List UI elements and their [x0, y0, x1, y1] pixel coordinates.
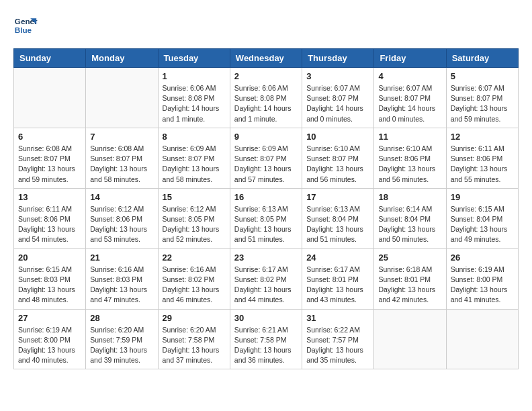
calendar-header-monday: Monday — [86, 49, 158, 68]
day-info: Sunrise: 6:17 AM Sunset: 8:01 PM Dayligh… — [306, 265, 369, 306]
day-info: Sunrise: 6:19 AM Sunset: 8:00 PM Dayligh… — [451, 265, 514, 306]
calendar-cell: 20Sunrise: 6:15 AM Sunset: 8:03 PM Dayli… — [14, 248, 86, 309]
calendar-cell: 16Sunrise: 6:13 AM Sunset: 8:05 PM Dayli… — [230, 188, 302, 248]
calendar-cell: 9Sunrise: 6:09 AM Sunset: 8:07 PM Daylig… — [230, 128, 302, 188]
day-info: Sunrise: 6:19 AM Sunset: 8:00 PM Dayligh… — [18, 325, 81, 366]
day-info: Sunrise: 6:10 AM Sunset: 8:06 PM Dayligh… — [378, 144, 441, 185]
calendar-cell — [86, 68, 158, 128]
day-info: Sunrise: 6:20 AM Sunset: 7:58 PM Dayligh… — [163, 325, 226, 366]
day-number: 12 — [451, 132, 514, 142]
day-info: Sunrise: 6:06 AM Sunset: 8:08 PM Dayligh… — [163, 83, 226, 124]
day-number: 18 — [378, 192, 441, 202]
day-number: 26 — [451, 253, 514, 263]
calendar-week-row: 20Sunrise: 6:15 AM Sunset: 8:03 PM Dayli… — [14, 248, 519, 309]
calendar-header-saturday: Saturday — [446, 49, 518, 68]
day-info: Sunrise: 6:09 AM Sunset: 8:07 PM Dayligh… — [163, 144, 226, 185]
day-info: Sunrise: 6:07 AM Sunset: 8:07 PM Dayligh… — [451, 83, 514, 124]
day-info: Sunrise: 6:16 AM Sunset: 8:03 PM Dayligh… — [90, 265, 153, 306]
day-number: 9 — [234, 132, 298, 142]
day-number: 28 — [90, 313, 153, 323]
calendar-cell: 5Sunrise: 6:07 AM Sunset: 8:07 PM Daylig… — [446, 68, 518, 128]
day-number: 30 — [234, 313, 298, 323]
day-info: Sunrise: 6:15 AM Sunset: 8:04 PM Dayligh… — [451, 204, 514, 245]
calendar-header-sunday: Sunday — [14, 49, 86, 68]
calendar-cell: 22Sunrise: 6:16 AM Sunset: 8:02 PM Dayli… — [158, 248, 230, 309]
calendar-cell: 11Sunrise: 6:10 AM Sunset: 8:06 PM Dayli… — [374, 128, 446, 188]
day-number: 14 — [90, 192, 153, 202]
day-info: Sunrise: 6:13 AM Sunset: 8:05 PM Dayligh… — [234, 204, 298, 245]
day-number: 23 — [234, 253, 298, 263]
day-number: 5 — [451, 71, 514, 81]
calendar-cell: 21Sunrise: 6:16 AM Sunset: 8:03 PM Dayli… — [86, 248, 158, 309]
day-number: 19 — [451, 192, 514, 202]
calendar-cell: 25Sunrise: 6:18 AM Sunset: 8:01 PM Dayli… — [374, 248, 446, 309]
day-info: Sunrise: 6:11 AM Sunset: 8:06 PM Dayligh… — [18, 204, 81, 245]
calendar-cell: 10Sunrise: 6:10 AM Sunset: 8:07 PM Dayli… — [302, 128, 374, 188]
calendar-cell: 24Sunrise: 6:17 AM Sunset: 8:01 PM Dayli… — [302, 248, 374, 309]
calendar-header-friday: Friday — [374, 49, 446, 68]
day-info: Sunrise: 6:12 AM Sunset: 8:05 PM Dayligh… — [163, 204, 226, 245]
day-info: Sunrise: 6:06 AM Sunset: 8:08 PM Dayligh… — [234, 83, 298, 124]
calendar-week-row: 27Sunrise: 6:19 AM Sunset: 8:00 PM Dayli… — [14, 309, 519, 369]
calendar-cell: 23Sunrise: 6:17 AM Sunset: 8:02 PM Dayli… — [230, 248, 302, 309]
day-number: 2 — [234, 71, 298, 81]
calendar-cell: 15Sunrise: 6:12 AM Sunset: 8:05 PM Dayli… — [158, 188, 230, 248]
calendar-cell: 28Sunrise: 6:20 AM Sunset: 7:59 PM Dayli… — [86, 309, 158, 369]
calendar-header-tuesday: Tuesday — [158, 49, 230, 68]
calendar-cell: 6Sunrise: 6:08 AM Sunset: 8:07 PM Daylig… — [14, 128, 86, 188]
day-number: 11 — [378, 132, 441, 142]
day-number: 24 — [306, 253, 369, 263]
day-number: 13 — [18, 192, 81, 202]
day-info: Sunrise: 6:12 AM Sunset: 8:06 PM Dayligh… — [90, 204, 153, 245]
calendar-table: SundayMondayTuesdayWednesdayThursdayFrid… — [13, 48, 519, 369]
day-info: Sunrise: 6:10 AM Sunset: 8:07 PM Dayligh… — [306, 144, 369, 185]
day-info: Sunrise: 6:20 AM Sunset: 7:59 PM Dayligh… — [90, 325, 153, 366]
day-number: 29 — [163, 313, 226, 323]
day-number: 27 — [18, 313, 81, 323]
day-number: 8 — [163, 132, 226, 142]
calendar-cell: 14Sunrise: 6:12 AM Sunset: 8:06 PM Dayli… — [86, 188, 158, 248]
calendar-cell — [14, 68, 86, 128]
calendar-cell: 2Sunrise: 6:06 AM Sunset: 8:08 PM Daylig… — [230, 68, 302, 128]
calendar-cell: 26Sunrise: 6:19 AM Sunset: 8:00 PM Dayli… — [446, 248, 518, 309]
day-number: 22 — [163, 253, 226, 263]
day-number: 17 — [306, 192, 369, 202]
calendar-header-row: SundayMondayTuesdayWednesdayThursdayFrid… — [14, 49, 519, 68]
day-number: 4 — [378, 71, 441, 81]
calendar-cell: 19Sunrise: 6:15 AM Sunset: 8:04 PM Dayli… — [446, 188, 518, 248]
day-number: 20 — [18, 253, 81, 263]
day-number: 10 — [306, 132, 369, 142]
calendar-cell: 17Sunrise: 6:13 AM Sunset: 8:04 PM Dayli… — [302, 188, 374, 248]
day-info: Sunrise: 6:07 AM Sunset: 8:07 PM Dayligh… — [306, 83, 369, 124]
calendar-cell: 3Sunrise: 6:07 AM Sunset: 8:07 PM Daylig… — [302, 68, 374, 128]
day-info: Sunrise: 6:18 AM Sunset: 8:01 PM Dayligh… — [378, 265, 441, 306]
day-info: Sunrise: 6:13 AM Sunset: 8:04 PM Dayligh… — [306, 204, 369, 245]
day-info: Sunrise: 6:22 AM Sunset: 7:57 PM Dayligh… — [306, 325, 369, 366]
day-number: 7 — [90, 132, 153, 142]
logo: General Blue — [13, 13, 38, 38]
day-info: Sunrise: 6:08 AM Sunset: 8:07 PM Dayligh… — [18, 144, 81, 185]
calendar-cell — [446, 309, 518, 369]
svg-text:Blue: Blue — [15, 26, 32, 34]
day-info: Sunrise: 6:11 AM Sunset: 8:06 PM Dayligh… — [451, 144, 514, 185]
page-header: General Blue — [13, 13, 519, 38]
day-info: Sunrise: 6:08 AM Sunset: 8:07 PM Dayligh… — [90, 144, 153, 185]
calendar-cell: 13Sunrise: 6:11 AM Sunset: 8:06 PM Dayli… — [14, 188, 86, 248]
calendar-header-thursday: Thursday — [302, 49, 374, 68]
day-info: Sunrise: 6:14 AM Sunset: 8:04 PM Dayligh… — [378, 204, 441, 245]
calendar-cell: 30Sunrise: 6:21 AM Sunset: 7:58 PM Dayli… — [230, 309, 302, 369]
logo-icon: General Blue — [13, 13, 38, 38]
calendar-cell: 1Sunrise: 6:06 AM Sunset: 8:08 PM Daylig… — [158, 68, 230, 128]
calendar-cell: 4Sunrise: 6:07 AM Sunset: 8:07 PM Daylig… — [374, 68, 446, 128]
calendar-week-row: 6Sunrise: 6:08 AM Sunset: 8:07 PM Daylig… — [14, 128, 519, 188]
calendar-cell — [374, 309, 446, 369]
day-number: 1 — [163, 71, 226, 81]
calendar-cell: 12Sunrise: 6:11 AM Sunset: 8:06 PM Dayli… — [446, 128, 518, 188]
day-info: Sunrise: 6:16 AM Sunset: 8:02 PM Dayligh… — [163, 265, 226, 306]
day-number: 21 — [90, 253, 153, 263]
calendar-cell: 31Sunrise: 6:22 AM Sunset: 7:57 PM Dayli… — [302, 309, 374, 369]
calendar-cell: 7Sunrise: 6:08 AM Sunset: 8:07 PM Daylig… — [86, 128, 158, 188]
day-info: Sunrise: 6:15 AM Sunset: 8:03 PM Dayligh… — [18, 265, 81, 306]
day-info: Sunrise: 6:09 AM Sunset: 8:07 PM Dayligh… — [234, 144, 298, 185]
day-number: 25 — [378, 253, 441, 263]
